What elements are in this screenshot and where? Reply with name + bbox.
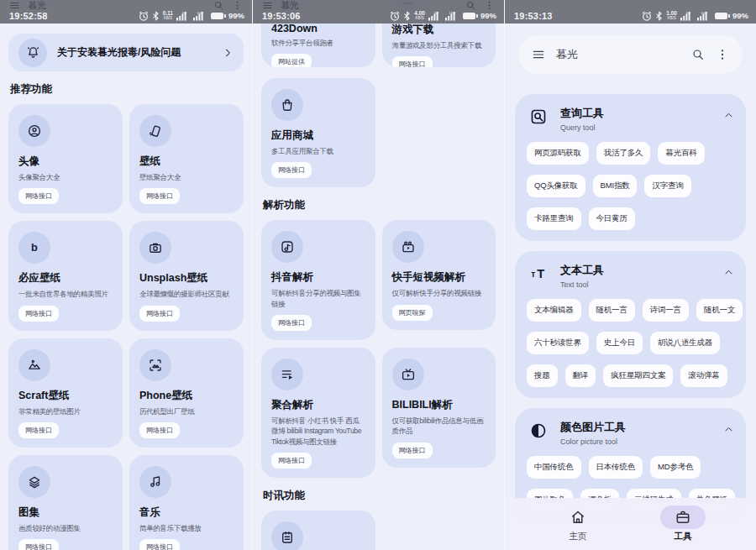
tool-chip[interactable]: 疯狂星期四文案 (603, 364, 673, 387)
search-button[interactable] (691, 48, 705, 61)
chip-row: 网页源码获取我活了多久暮光百科 (527, 142, 734, 165)
group-subtitle: Text tool (560, 280, 713, 289)
tool-chip[interactable]: 中国传统色 (527, 456, 581, 479)
feature-card[interactable]: Scraft壁纸非常精美的壁纸图片网络接口 (8, 338, 123, 448)
network-speed: 1.00KB/S (666, 11, 677, 20)
feature-title: 壁纸 (139, 155, 234, 169)
feature-subtitle: 头像聚合大全 (18, 172, 113, 182)
feature-title: 头像 (18, 155, 113, 169)
search-app-bar[interactable]: 暮光 (518, 35, 743, 74)
feature-card[interactable]: b必应壁纸一批来自世界各地的精美照片网络接口 (8, 221, 123, 330)
chip-row: 六十秒读世界史上今日胡说八道生成器 (527, 332, 734, 354)
phone-screenshot-1: 关于安装暮光报毒/风险问题推荐功能头像头像聚合大全网络接口壁纸壁纸聚合大全网络接… (0, 0, 252, 550)
feature-card[interactable]: 聚合热榜知名新闻时讯平台榜单网络接口 (261, 511, 375, 550)
bluetooth-icon (151, 11, 160, 21)
search-button[interactable] (213, 0, 224, 11)
tool-chip[interactable]: BMI指数 (593, 175, 638, 197)
tool-chip[interactable]: 胡说八道生成器 (650, 332, 720, 354)
group-title: 颜色图片工具 (560, 420, 713, 435)
feature-tag-badge: 网络接口 (18, 422, 59, 438)
search-button[interactable] (465, 0, 476, 11)
status-bar: 暮光19:53:064.00KB/S5G15G99% (253, 0, 504, 24)
tool-group-header[interactable]: 查询工具Query tool (527, 106, 734, 132)
tool-chip[interactable]: 搜题 (527, 364, 558, 387)
tool-chip[interactable]: 史上今日 (596, 332, 643, 354)
feature-card[interactable]: Phone壁纸历代机型出厂壁纸网络接口 (129, 338, 244, 448)
feature-subtitle: 画质较好的动漫图集 (18, 523, 113, 533)
tool-chip[interactable]: 文本编辑器 (527, 299, 581, 322)
section-title: 推荐功能 (10, 82, 242, 97)
tool-chip[interactable]: QQ头像获取 (527, 175, 585, 197)
feature-icon-circle (271, 521, 303, 550)
feature-subtitle: 可解析抖音 小红书 快手 西瓜 微博 bilibili Instagram Yo… (271, 416, 365, 447)
feature-card[interactable]: 应用商城多工具应用聚合下载网络接口 (261, 78, 375, 187)
alarm-icon (390, 11, 400, 21)
more-button[interactable] (232, 0, 243, 11)
tool-chip[interactable]: 日本传统色 (589, 456, 643, 479)
tool-chip[interactable]: 我活了多久 (596, 142, 651, 165)
nav-item-tools[interactable]: 工具 (631, 498, 737, 550)
feature-card[interactable]: 壁纸壁纸聚合大全网络接口 (129, 104, 244, 213)
tool-chip[interactable]: 卡路里查询 (527, 207, 581, 230)
tool-group-header[interactable]: 颜色图片工具Color picture tool (527, 420, 734, 446)
status-time: 19:53:06 (262, 11, 301, 21)
svg-text:b: b (31, 241, 38, 254)
tool-group-card: 查询工具Query tool网页源码获取我活了多久暮光百科QQ头像获取BMI指数… (515, 94, 746, 241)
collapse-button[interactable] (723, 267, 734, 278)
feature-card[interactable]: BILIBILI解析仅可获取bilibili作品信息与低画质作品网络接口 (382, 348, 496, 468)
menu-button[interactable] (262, 0, 273, 11)
signal-bars-icon: 15G (192, 10, 207, 21)
feature-icon-circle (271, 89, 303, 121)
more-button[interactable] (484, 0, 495, 11)
feature-tag-badge: 网站提供 (271, 54, 312, 67)
collapse-button[interactable] (723, 424, 734, 435)
feature-tag-badge: 网络接口 (139, 539, 180, 550)
tool-chip[interactable]: 滚动弹幕 (680, 364, 727, 387)
home-icon (570, 509, 586, 526)
feature-card[interactable]: 头像头像聚合大全网络接口 (8, 104, 123, 213)
tool-chip[interactable]: 随机一文 (696, 299, 743, 322)
feature-card[interactable]: 音乐简单的音乐下载播放网络接口 (129, 455, 244, 550)
feature-icon-circle (392, 359, 424, 390)
avatar-icon (27, 123, 42, 139)
tool-chip[interactable]: 随机一言 (589, 299, 635, 322)
tool-chip[interactable]: 今日黄历 (589, 207, 635, 230)
bluetooth-icon (654, 11, 664, 21)
menu-button[interactable] (9, 0, 20, 11)
feature-tag-badge: 网络接口 (139, 422, 180, 438)
tool-chip[interactable]: 暮光百科 (658, 142, 704, 165)
feature-card[interactable]: Unsplash壁纸全球最慷慨的摄影师社区贡献网络接口 (129, 221, 244, 330)
feature-card[interactable]: 抖音解析可解析抖音分享的视频与图集链接网络接口 (261, 220, 375, 340)
group-title: 查询工具 (560, 106, 713, 121)
battery-icon (715, 13, 727, 19)
feature-card[interactable]: 聚合解析可解析抖音 小红书 快手 西瓜 微博 bilibili Instagra… (261, 348, 375, 478)
card-grid: 聚合热榜知名新闻时讯平台榜单网络接口 (261, 511, 496, 550)
wallpaper-icon (148, 123, 163, 139)
signal-bars-icon: 15G (444, 10, 459, 21)
nav-item-home[interactable]: 主页 (525, 498, 631, 550)
menu-button[interactable] (532, 48, 545, 61)
feature-card[interactable]: 图集画质较好的动漫图集网络接口 (8, 455, 123, 550)
feature-tag-badge: 网络接口 (139, 306, 180, 322)
feature-tag-badge: 网络接口 (392, 443, 433, 458)
phone-screenshot-3: 暮光查询工具Query tool网页源码获取我活了多久暮光百科QQ头像获取BMI… (504, 0, 756, 550)
notice-banner[interactable]: 关于安装暮光报毒/风险问题 (8, 34, 244, 71)
feature-icon-circle (271, 231, 303, 263)
tool-chip[interactable]: 翻译 (565, 364, 596, 387)
feature-title: 游戏下载 (392, 23, 486, 37)
tool-group-header[interactable]: тT文本工具Text tool (527, 263, 734, 289)
tool-chip[interactable]: MD参考色 (650, 456, 701, 479)
tool-chip[interactable]: 网页源码获取 (527, 142, 589, 165)
feature-icon-circle (139, 349, 171, 381)
feature-card[interactable]: 快手短视频解析仅可解析快手分享的视频链接网页嗅探 (382, 220, 496, 329)
tool-chip[interactable]: 六十秒读世界 (527, 332, 589, 354)
tool-chip[interactable]: 诗词一言 (643, 299, 689, 322)
tool-chip[interactable]: 汉字查询 (644, 175, 690, 197)
scroll-content: 暮光查询工具Query tool网页源码获取我活了多久暮光百科QQ头像获取BMI… (505, 0, 756, 522)
feature-title: 423Down (271, 23, 365, 34)
more-button[interactable] (716, 48, 729, 61)
collapse-button[interactable] (723, 110, 734, 121)
svg-text:T: T (537, 267, 544, 280)
chip-row: 卡路里查询今日黄历 (527, 207, 734, 230)
layers-icon (27, 474, 42, 490)
